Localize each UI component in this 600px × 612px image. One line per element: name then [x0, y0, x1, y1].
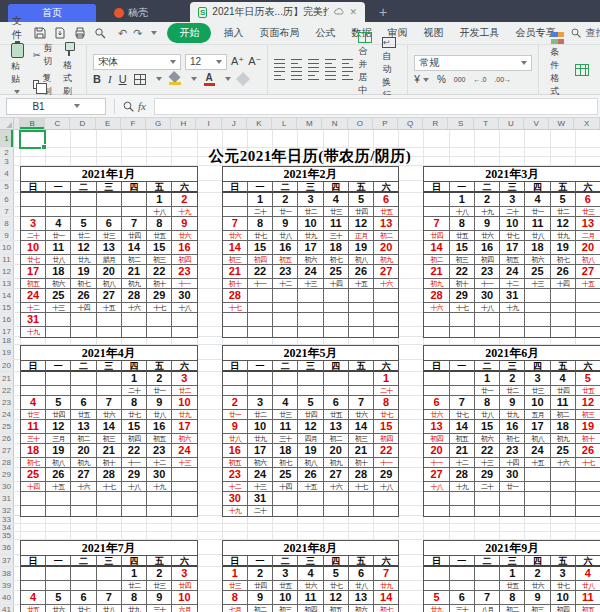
calendar-date-cell[interactable]: [46, 567, 71, 581]
row-number[interactable]: 35: [0, 532, 14, 539]
calendar-date-cell[interactable]: 11: [273, 420, 298, 434]
calendar-date-cell[interactable]: 30: [475, 289, 500, 303]
calendar-date-cell[interactable]: 15: [374, 420, 398, 434]
bold-button[interactable]: B: [93, 73, 101, 85]
calendar-date-cell[interactable]: [349, 289, 374, 303]
calendar-date-cell[interactable]: 28: [97, 468, 122, 482]
calendar-date-cell[interactable]: [424, 313, 449, 327]
number-format-select[interactable]: 常规: [414, 55, 532, 71]
calendar-date-cell[interactable]: 10: [551, 591, 576, 605]
calendar-date-cell[interactable]: 10: [172, 591, 196, 605]
calendar-date-cell[interactable]: 4: [576, 567, 600, 581]
calendar-date-cell[interactable]: [147, 492, 172, 506]
row-number[interactable]: 30: [0, 482, 14, 491]
calendar-date-cell[interactable]: [46, 193, 71, 207]
calendar-date-cell[interactable]: [71, 567, 96, 581]
calendar-date-cell[interactable]: 1: [500, 567, 525, 581]
column-header-B[interactable]: B: [20, 118, 45, 129]
calendar-date-cell[interactable]: 6: [71, 591, 96, 605]
calendar-date-cell[interactable]: [21, 567, 46, 581]
calendar-date-cell[interactable]: [21, 193, 46, 207]
calendar-date-cell[interactable]: [576, 313, 600, 327]
increase-decimal-button[interactable]: .00→: [494, 76, 511, 83]
calendar-date-cell[interactable]: 17: [248, 444, 273, 458]
calendar-date-cell[interactable]: [424, 372, 449, 386]
increase-indent-icon[interactable]: [342, 59, 353, 68]
tab-document[interactable]: S 2021年日历表...历】完美打印版) ✕: [190, 2, 365, 22]
calendar-date-cell[interactable]: 3: [248, 396, 273, 410]
calendar-date-cell[interactable]: 10: [248, 420, 273, 434]
calendar-date-cell[interactable]: 7: [97, 396, 122, 410]
row-number[interactable]: 16: [0, 313, 14, 326]
print-preview-icon[interactable]: [94, 27, 106, 39]
calendar-date-cell[interactable]: 11: [551, 396, 576, 410]
calendar-date-cell[interactable]: 1: [248, 193, 273, 207]
calendar-date-cell[interactable]: [273, 313, 298, 327]
calendar-date-cell[interactable]: [576, 468, 600, 482]
row-number[interactable]: 24: [0, 410, 14, 419]
calendar-date-cell[interactable]: 3: [273, 567, 298, 581]
calendar-date-cell[interactable]: 6: [97, 217, 122, 231]
calendar-date-cell[interactable]: [450, 492, 475, 506]
calendar-date-cell[interactable]: 12: [349, 217, 374, 231]
column-header-H[interactable]: H: [171, 118, 196, 129]
calendar-date-cell[interactable]: [374, 289, 398, 303]
calendar-date-cell[interactable]: 6: [374, 193, 398, 207]
calendar-date-cell[interactable]: 4: [298, 567, 323, 581]
menu-item-开发工具[interactable]: 开发工具: [451, 24, 507, 42]
calendar-date-cell[interactable]: 14: [424, 241, 449, 255]
calendar-date-cell[interactable]: [172, 313, 196, 327]
calendar-date-cell[interactable]: [273, 492, 298, 506]
calendar-date-cell[interactable]: [500, 492, 525, 506]
calendar-date-cell[interactable]: 10: [500, 217, 525, 231]
calendar-date-cell[interactable]: 22: [147, 265, 172, 279]
calendar-date-cell[interactable]: 11: [21, 420, 46, 434]
calendar-date-cell[interactable]: 13: [324, 420, 349, 434]
calendar-date-cell[interactable]: 29: [450, 289, 475, 303]
column-header-K[interactable]: K: [247, 118, 272, 129]
select-all-corner[interactable]: [0, 118, 14, 129]
decrease-indent-icon[interactable]: [325, 59, 336, 68]
row-number[interactable]: 25: [0, 420, 14, 433]
calendar-date-cell[interactable]: [248, 372, 273, 386]
calendar-date-cell[interactable]: 29: [122, 468, 147, 482]
calendar-date-cell[interactable]: 3: [172, 567, 196, 581]
calendar-date-cell[interactable]: 27: [424, 468, 449, 482]
calendar-date-cell[interactable]: 12: [71, 241, 96, 255]
column-header-I[interactable]: I: [196, 118, 221, 129]
column-header-R[interactable]: R: [423, 118, 448, 129]
calendar-date-cell[interactable]: 16: [147, 420, 172, 434]
calendar-date-cell[interactable]: 10: [525, 396, 550, 410]
calendar-date-cell[interactable]: 22: [450, 265, 475, 279]
copy-button[interactable]: 复制: [33, 72, 54, 98]
calendar-date-cell[interactable]: [324, 372, 349, 386]
calendar-date-cell[interactable]: 8: [248, 217, 273, 231]
zoom-formula-icon[interactable]: [123, 101, 134, 112]
calendar-date-cell[interactable]: 6: [71, 396, 96, 410]
calendar-date-cell[interactable]: 4: [21, 396, 46, 410]
command-search[interactable]: 查找命令、搜索模板: [571, 26, 600, 40]
calendar-date-cell[interactable]: [97, 313, 122, 327]
column-header-F[interactable]: F: [121, 118, 146, 129]
calendar-date-cell[interactable]: 23: [147, 444, 172, 458]
column-header-P[interactable]: P: [373, 118, 398, 129]
column-header-C[interactable]: C: [45, 118, 70, 129]
row-number[interactable]: 3: [0, 157, 14, 165]
row-number[interactable]: 10: [0, 241, 14, 254]
calendar-date-cell[interactable]: 16: [172, 241, 196, 255]
menu-item-开始[interactable]: 开始: [167, 23, 211, 43]
calendar-date-cell[interactable]: [500, 313, 525, 327]
calendar-date-cell[interactable]: 4: [46, 217, 71, 231]
calendar-date-cell[interactable]: [122, 193, 147, 207]
calendar-date-cell[interactable]: [576, 492, 600, 506]
menu-item-页面布局[interactable]: 页面布局: [251, 24, 307, 42]
column-header-W[interactable]: W: [549, 118, 574, 129]
column-header-V[interactable]: V: [524, 118, 549, 129]
decrease-decimal-button[interactable]: ←.0: [473, 76, 486, 83]
row-number[interactable]: 36: [0, 540, 14, 554]
calendar-date-cell[interactable]: 14: [349, 420, 374, 434]
calendar-date-cell[interactable]: 18: [551, 420, 576, 434]
calendar-date-cell[interactable]: 12: [576, 396, 600, 410]
row-number[interactable]: 29: [0, 468, 14, 481]
calendar-date-cell[interactable]: [223, 372, 248, 386]
